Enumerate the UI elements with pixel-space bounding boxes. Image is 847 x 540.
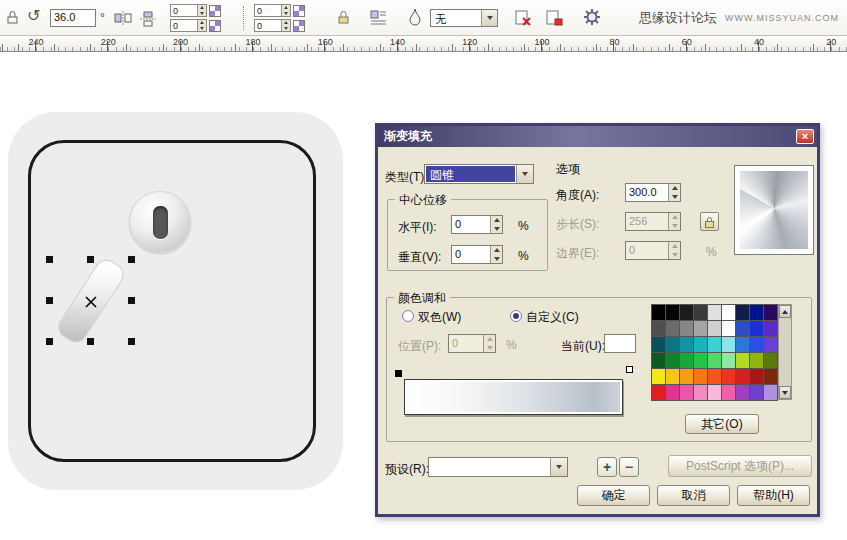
palette-swatch[interactable]: [708, 321, 721, 336]
selection-handle-s[interactable]: [87, 338, 94, 345]
knob-circle-shape[interactable]: [129, 191, 191, 253]
corner-radius-input-3[interactable]: 0: [254, 4, 291, 17]
undo-icon[interactable]: ↺: [27, 8, 40, 24]
palette-swatch[interactable]: [652, 353, 665, 368]
horizontal-field[interactable]: 0: [451, 215, 503, 234]
add-preset-button[interactable]: +: [597, 457, 617, 477]
vertical-field[interactable]: 0: [451, 245, 503, 264]
palette-swatch[interactable]: [694, 353, 707, 368]
corner-value-3[interactable]: 0: [255, 5, 281, 16]
palette-swatch[interactable]: [736, 353, 749, 368]
palette-swatch[interactable]: [666, 385, 679, 400]
dropdown-arrow-icon[interactable]: [481, 10, 497, 26]
gradient-strip[interactable]: [404, 379, 623, 415]
palette-swatch[interactable]: [708, 353, 721, 368]
ok-button[interactable]: 确定: [577, 485, 650, 506]
selection-handle-n[interactable]: [87, 256, 94, 263]
spinner[interactable]: [197, 20, 206, 31]
horizontal-value[interactable]: 0: [452, 216, 490, 233]
two-color-label[interactable]: 双色(W): [418, 309, 461, 326]
palette-swatch[interactable]: [722, 321, 735, 336]
lock-corners-icon[interactable]: [336, 10, 351, 29]
corner-value-1[interactable]: 0: [171, 5, 197, 16]
mirror-horizontal-icon[interactable]: [114, 11, 132, 29]
palette-swatch[interactable]: [652, 305, 665, 320]
dropdown-arrow-icon[interactable]: [550, 458, 567, 476]
palette-swatch[interactable]: [680, 385, 693, 400]
delete-preset-button[interactable]: −: [619, 457, 639, 477]
palette-swatch[interactable]: [666, 369, 679, 384]
page-red-corner-icon[interactable]: [545, 9, 563, 31]
palette-swatch[interactable]: [708, 369, 721, 384]
palette-swatch[interactable]: [680, 369, 693, 384]
spinner[interactable]: [281, 5, 290, 16]
palette-swatch[interactable]: [680, 321, 693, 336]
angle-field[interactable]: 300.0: [625, 183, 681, 202]
palette-swatch[interactable]: [736, 337, 749, 352]
palette-swatch[interactable]: [708, 337, 721, 352]
selection-handle-se[interactable]: [128, 338, 135, 345]
type-dropdown[interactable]: 圆锥: [424, 164, 534, 184]
palette-swatch[interactable]: [652, 385, 665, 400]
selection-handle-ne[interactable]: [128, 256, 135, 263]
inner-border-shape[interactable]: [28, 140, 316, 462]
wrap-text-icon[interactable]: [370, 9, 387, 30]
palette-swatch[interactable]: [708, 305, 721, 320]
palette-swatch[interactable]: [666, 353, 679, 368]
mirror-vertical-icon[interactable]: [140, 11, 156, 31]
help-button[interactable]: 帮助(H): [737, 485, 810, 506]
palette-swatch[interactable]: [666, 337, 679, 352]
palette-swatch[interactable]: [722, 385, 735, 400]
custom-radio[interactable]: [510, 310, 522, 322]
palette-swatch[interactable]: [750, 305, 763, 320]
palette-swatch[interactable]: [694, 305, 707, 320]
palette-swatch[interactable]: [764, 337, 777, 352]
gear-icon[interactable]: [583, 8, 601, 30]
dropdown-arrow-icon[interactable]: [516, 165, 533, 183]
spinner[interactable]: [490, 246, 502, 263]
presets-dropdown[interactable]: [428, 457, 568, 477]
custom-label[interactable]: 自定义(C): [526, 309, 579, 326]
palette-swatch[interactable]: [736, 385, 749, 400]
spinner[interactable]: [490, 216, 502, 233]
palette-swatch[interactable]: [750, 353, 763, 368]
selection-center-x-icon[interactable]: [85, 294, 97, 306]
palette-swatch[interactable]: [694, 369, 707, 384]
palette-swatch[interactable]: [750, 337, 763, 352]
corner-radius-input-1[interactable]: 0: [170, 4, 207, 17]
corner-radius-input-2[interactable]: 0: [170, 19, 207, 32]
palette-swatch[interactable]: [736, 305, 749, 320]
scroll-down-icon[interactable]: [779, 386, 791, 399]
palette-swatch[interactable]: [708, 385, 721, 400]
steps-lock-button[interactable]: [700, 212, 719, 231]
palette-swatch[interactable]: [722, 305, 735, 320]
palette-swatch[interactable]: [736, 369, 749, 384]
palette-swatch[interactable]: [764, 305, 777, 320]
palette-swatch[interactable]: [666, 321, 679, 336]
corner-value-4[interactable]: 0: [255, 20, 281, 31]
selection-handle-w[interactable]: [46, 297, 53, 304]
others-button[interactable]: 其它(O): [685, 414, 759, 434]
palette-swatch[interactable]: [750, 385, 763, 400]
two-color-radio[interactable]: [402, 310, 414, 322]
page-red-x-icon[interactable]: [514, 9, 532, 31]
rotation-angle-input[interactable]: 36.0: [50, 9, 96, 27]
palette-swatch[interactable]: [750, 321, 763, 336]
spinner[interactable]: [197, 5, 206, 16]
corner-value-2[interactable]: 0: [171, 20, 197, 31]
current-color-swatch[interactable]: [604, 334, 636, 353]
selection-handle-sw[interactable]: [46, 338, 53, 345]
palette-swatch[interactable]: [764, 385, 777, 400]
corner-radius-input-4[interactable]: 0: [254, 19, 291, 32]
palette-swatch[interactable]: [680, 337, 693, 352]
scroll-up-icon[interactable]: [779, 305, 791, 318]
spinner[interactable]: [668, 184, 680, 201]
palette-swatch[interactable]: [764, 369, 777, 384]
palette-swatch[interactable]: [694, 321, 707, 336]
gradient-start-node[interactable]: [395, 370, 402, 377]
palette-swatch[interactable]: [750, 369, 763, 384]
selection-handle-e[interactable]: [128, 297, 135, 304]
palette-swatch[interactable]: [680, 353, 693, 368]
dialog-titlebar[interactable]: 渐变填充 ×: [378, 126, 817, 147]
angle-value[interactable]: 300.0: [626, 184, 668, 201]
